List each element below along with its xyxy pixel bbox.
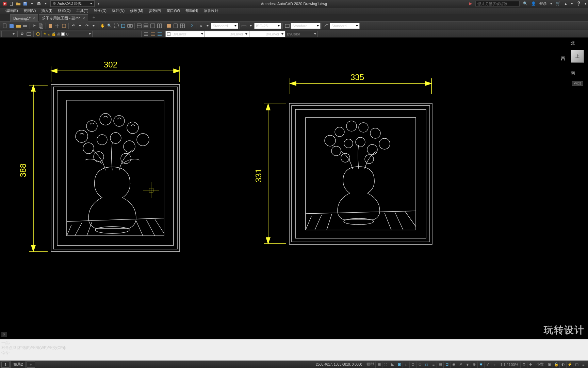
print-icon[interactable] xyxy=(36,1,42,6)
menu-dimension[interactable]: 标注(N) xyxy=(109,7,127,14)
plot-style-select[interactable]: ByColor xyxy=(285,31,318,37)
mleader-style-select[interactable]: Standard xyxy=(330,23,360,29)
login-dropdown-icon[interactable]: ▾ xyxy=(550,1,552,6)
menu-tools[interactable]: 工具(T) xyxy=(74,7,91,14)
share-icon[interactable]: ▾ xyxy=(96,1,101,6)
menu-modify[interactable]: 修改(M) xyxy=(127,7,146,14)
model-button[interactable]: 模型 xyxy=(365,362,375,368)
infer-button[interactable]: ◣ xyxy=(389,362,396,368)
print-button[interactable] xyxy=(22,23,28,29)
layout-tab-plus[interactable]: + xyxy=(27,362,35,368)
customize-button[interactable]: ≡ xyxy=(580,362,587,368)
search-icon[interactable]: 🔍 xyxy=(523,1,528,6)
help-icon[interactable]: ❔ xyxy=(576,1,581,6)
iso-button[interactable]: ◇ xyxy=(416,362,423,368)
color-select[interactable] xyxy=(1,31,16,37)
dim-style-select[interactable]: ISO-25 xyxy=(254,23,281,29)
viewcube[interactable]: 北 西 上 南 WCS xyxy=(561,40,585,88)
viewcube-top[interactable]: 上 xyxy=(571,50,584,63)
layer-dropdown[interactable]: ☀ ☼ 🔓 🖶 0 xyxy=(42,31,93,37)
sheet-button[interactable] xyxy=(143,23,149,29)
undo-button[interactable]: ↶ xyxy=(70,23,76,29)
copy-button[interactable] xyxy=(38,23,44,29)
menu-format[interactable]: 格式(O) xyxy=(55,7,74,14)
new-tab-button[interactable]: ＋ xyxy=(89,13,99,21)
viewcube-south[interactable]: 南 xyxy=(571,70,575,76)
3dosnap-button[interactable]: ◉ xyxy=(450,362,457,368)
viewcube-wcs[interactable]: WCS xyxy=(572,81,583,86)
transparency-button[interactable]: ▤ xyxy=(437,362,443,368)
zoom-window-button[interactable] xyxy=(120,23,126,29)
properties-button[interactable] xyxy=(136,23,142,29)
annotation-monitor-button[interactable]: ✚ xyxy=(527,362,534,368)
isolate-button[interactable]: ◐ xyxy=(559,362,566,368)
paste-button[interactable] xyxy=(47,23,53,29)
layout-tab-1[interactable]: 1 xyxy=(1,362,10,368)
record-icon[interactable]: ▶ xyxy=(469,1,472,6)
print-dropdown-icon[interactable] xyxy=(43,1,48,6)
login-label[interactable]: 登录 xyxy=(539,1,547,6)
match-button[interactable] xyxy=(54,23,60,29)
autoscale-button[interactable]: ⤢ xyxy=(484,362,491,368)
zoom-button[interactable]: 🔍 xyxy=(107,23,113,29)
zoom-scale-button[interactable] xyxy=(127,23,133,29)
snap-button[interactable]: ⸬ xyxy=(382,362,389,368)
osnap-button[interactable]: □ xyxy=(423,362,430,368)
autodesk-icon[interactable]: ▲ xyxy=(564,2,568,6)
menu-insert[interactable]: 插入(I) xyxy=(38,7,55,14)
scale-select[interactable]: 1:1 / 100% xyxy=(498,362,520,368)
selection-filter-button[interactable]: ▼ xyxy=(464,362,471,368)
ortho-button[interactable]: ∟ xyxy=(403,362,409,368)
menu-yuanquan[interactable]: 源泉设计 xyxy=(201,7,221,14)
design-center-button[interactable] xyxy=(150,23,156,29)
selection-cycling-button[interactable]: ⊡ xyxy=(443,362,450,368)
close-icon[interactable]: × xyxy=(33,16,35,21)
table-button[interactable] xyxy=(179,23,185,29)
cmd-prompt[interactable]: 命令: xyxy=(1,350,587,355)
new-button[interactable] xyxy=(2,23,8,29)
cmdline-close-icon[interactable]: × xyxy=(1,332,7,337)
new-icon[interactable] xyxy=(9,1,14,6)
hardware-accel-button[interactable]: ⚡ xyxy=(566,362,573,368)
linetype-select[interactable]: ByLayer xyxy=(205,31,249,37)
dynamic-input-button[interactable]: ⊞ xyxy=(396,362,403,368)
cut-button[interactable]: ✂ xyxy=(31,23,37,29)
workspace-dropdown[interactable]: ⚙ AutoCAD 经典 xyxy=(50,0,95,7)
a360-dropdown-icon[interactable]: ▾ xyxy=(571,1,573,6)
layer-iso-button[interactable] xyxy=(35,31,41,37)
dim-style-icon[interactable] xyxy=(241,23,247,29)
lock-ui-button[interactable]: 🔒 xyxy=(553,362,559,368)
save-button[interactable] xyxy=(9,23,15,29)
dyn-ucs-button[interactable]: ↗ xyxy=(457,362,464,368)
menu-edit[interactable]: 编辑(E) xyxy=(3,7,21,14)
markup-button[interactable] xyxy=(166,23,172,29)
lineweight-button[interactable]: ≡ xyxy=(430,362,437,368)
text-style-select[interactable]: Standard xyxy=(211,23,238,29)
gizmo-button[interactable]: ⊕ xyxy=(471,362,477,368)
tool-palette-button[interactable] xyxy=(157,23,163,29)
save-dropdown-icon[interactable] xyxy=(29,1,35,6)
layer-match-button[interactable] xyxy=(150,31,156,37)
polar-button[interactable]: ⊙ xyxy=(409,362,416,368)
layer-walk-button[interactable] xyxy=(157,31,163,37)
color-control-select[interactable]: ByLayer xyxy=(165,31,205,37)
menu-parametric[interactable]: 参数(P) xyxy=(146,7,164,14)
save-icon[interactable] xyxy=(22,1,28,6)
quickcalc-button[interactable] xyxy=(173,23,179,29)
tab-lezi[interactable]: 乐子专用施工图 - 副本* × xyxy=(39,14,88,22)
layout-tab-2[interactable]: 布局2 xyxy=(10,361,26,368)
redo-button[interactable]: ↷ xyxy=(84,23,90,29)
open-button[interactable] xyxy=(15,23,21,29)
annotation-button[interactable]: ✱ xyxy=(477,362,484,368)
layer-properties-button[interactable]: ⚙ xyxy=(19,31,25,37)
menu-view[interactable]: 视图(V) xyxy=(21,7,39,14)
menu-window[interactable]: 窗口(W) xyxy=(164,7,183,14)
cart-icon[interactable]: 🛒 xyxy=(556,1,560,6)
layer-states-button[interactable] xyxy=(26,31,32,37)
drawing-canvas[interactable]: 北 西 上 南 WCS 302 388 xyxy=(0,37,588,339)
pan-button[interactable]: ✋ xyxy=(100,23,106,29)
close-icon[interactable]: × xyxy=(82,16,85,21)
help-button[interactable]: ? xyxy=(189,23,195,29)
text-style-dropdown[interactable] xyxy=(205,23,211,29)
open-icon[interactable] xyxy=(16,1,21,6)
